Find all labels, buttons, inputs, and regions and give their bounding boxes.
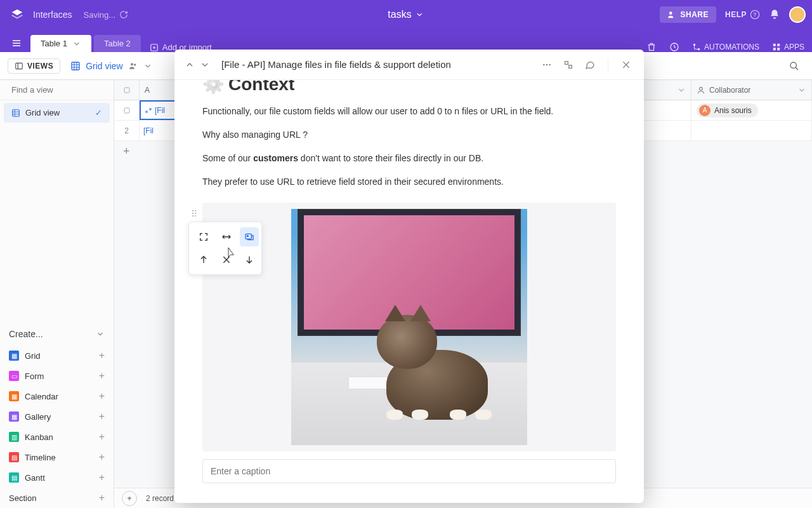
share-button[interactable]: SHARE bbox=[660, 6, 716, 23]
expand-icon[interactable] bbox=[145, 107, 152, 114]
record-title: [File - API] Manage files in file fields… bbox=[221, 59, 451, 70]
cell-collaborator[interactable]: A Anis souris bbox=[691, 100, 812, 120]
grid-icon bbox=[11, 109, 20, 117]
automations-button[interactable]: AUTOMATIONS bbox=[692, 43, 759, 51]
svg-point-13 bbox=[134, 64, 136, 65]
create-grid[interactable]: ▦Grid+ bbox=[0, 345, 114, 366]
svg-rect-18 bbox=[124, 88, 129, 93]
search-icon bbox=[789, 61, 799, 71]
select-all-checkbox[interactable] bbox=[114, 80, 140, 100]
context-heading: ⚙️ Context bbox=[202, 80, 616, 95]
close-icon[interactable] bbox=[619, 57, 634, 72]
automation-icon bbox=[692, 43, 701, 51]
create-section[interactable]: Section+ bbox=[0, 488, 114, 508]
chevron-down-icon bbox=[797, 86, 806, 95]
bell-icon[interactable] bbox=[769, 9, 780, 20]
search-button[interactable] bbox=[789, 61, 799, 71]
arrow-up-icon[interactable] bbox=[194, 250, 213, 269]
drag-handle-icon[interactable]: ⠿ bbox=[191, 209, 197, 219]
plus-icon: + bbox=[99, 492, 105, 504]
svg-rect-24 bbox=[565, 61, 568, 64]
create-header[interactable]: Create... bbox=[0, 323, 114, 345]
plus-icon: + bbox=[99, 350, 105, 361]
plus-icon: + bbox=[99, 431, 105, 443]
image-toolbar bbox=[188, 222, 262, 275]
svg-point-22 bbox=[546, 64, 548, 65]
svg-rect-20 bbox=[124, 108, 129, 113]
find-view-input[interactable] bbox=[11, 85, 118, 95]
view-item-grid-view[interactable]: Grid view ✓ bbox=[4, 103, 110, 123]
modal-body[interactable]: ⚙️ Context Functionally, our file custom… bbox=[174, 80, 644, 503]
paragraph: Functionally, our file custom fields wil… bbox=[202, 105, 616, 118]
svg-point-4 bbox=[693, 44, 696, 46]
image-block[interactable]: ⠿ bbox=[202, 203, 616, 451]
caption-input[interactable] bbox=[202, 459, 616, 483]
svg-rect-11 bbox=[72, 62, 79, 70]
history-icon[interactable] bbox=[669, 42, 679, 52]
embedded-image[interactable] bbox=[291, 209, 527, 445]
saving-status: Saving... bbox=[83, 10, 128, 20]
svg-rect-17 bbox=[13, 109, 20, 116]
svg-point-23 bbox=[549, 64, 551, 65]
table-tab-row: Table 1 Table 2 Add or import AUTOMATION… bbox=[0, 29, 812, 52]
fullscreen-icon[interactable] bbox=[194, 227, 213, 246]
app-logo-icon[interactable] bbox=[9, 6, 25, 23]
tab-table-2[interactable]: Table 2 bbox=[94, 35, 141, 52]
plus-icon: + bbox=[99, 451, 105, 463]
chevron-down-icon bbox=[96, 330, 105, 338]
top-bar: Interfaces Saving... tasks SHARE HELP ? bbox=[0, 0, 812, 29]
more-icon[interactable] bbox=[539, 57, 554, 72]
tab-table-1[interactable]: Table 1 bbox=[30, 35, 91, 52]
base-name[interactable]: tasks bbox=[388, 9, 424, 20]
create-gallery[interactable]: ▦Gallery+ bbox=[0, 406, 114, 427]
expand-icon[interactable] bbox=[561, 57, 576, 72]
column-header-collaborator[interactable]: Collaborator bbox=[691, 80, 812, 100]
create-gantt[interactable]: ▤Gantt+ bbox=[0, 467, 114, 488]
help-icon: ? bbox=[750, 10, 760, 20]
current-view-selector[interactable]: Grid view bbox=[70, 61, 152, 71]
svg-point-19 bbox=[700, 87, 703, 90]
comment-icon[interactable] bbox=[582, 57, 598, 72]
record-count: 2 record bbox=[146, 494, 174, 503]
views-sidebar: Grid view ✓ Create... ▦Grid+ ▭Form+ ▦Cal… bbox=[0, 80, 114, 508]
svg-rect-9 bbox=[777, 48, 780, 50]
chevron-down-icon bbox=[143, 62, 152, 70]
views-button[interactable]: VIEWS bbox=[8, 58, 60, 74]
create-kanban[interactable]: ▥Kanban+ bbox=[0, 427, 114, 447]
refresh-icon bbox=[119, 10, 128, 19]
user-icon bbox=[697, 86, 705, 95]
create-form[interactable]: ▭Form+ bbox=[0, 366, 114, 386]
create-timeline[interactable]: ▤Timeline+ bbox=[0, 447, 114, 467]
row-checkbox[interactable] bbox=[114, 100, 140, 120]
add-record-button[interactable]: + bbox=[122, 491, 137, 506]
plus-icon: + bbox=[99, 472, 105, 483]
user-avatar[interactable] bbox=[789, 6, 806, 23]
svg-rect-25 bbox=[569, 65, 572, 68]
check-icon: ✓ bbox=[95, 108, 102, 117]
chevron-down-icon bbox=[677, 86, 686, 95]
sidebar-icon bbox=[15, 62, 23, 70]
delete-icon[interactable] bbox=[217, 250, 236, 269]
chevron-up-icon[interactable] bbox=[185, 60, 195, 70]
svg-point-14 bbox=[790, 62, 796, 68]
apps-button[interactable]: APPS bbox=[772, 43, 804, 51]
resize-horizontal-icon[interactable] bbox=[217, 227, 236, 246]
help-button[interactable]: HELP ? bbox=[725, 10, 760, 20]
create-calendar[interactable]: ▦Calendar+ bbox=[0, 386, 114, 406]
image-replace-icon[interactable] bbox=[240, 227, 259, 246]
interfaces-link[interactable]: Interfaces bbox=[33, 10, 72, 20]
plus-icon: + bbox=[99, 370, 105, 382]
chevron-down-icon bbox=[416, 10, 424, 19]
arrow-down-icon[interactable] bbox=[240, 250, 259, 269]
cell-collaborator[interactable] bbox=[691, 121, 812, 140]
chevron-down-icon[interactable] bbox=[200, 60, 210, 70]
paragraph: They prefer to use URL to retrieve field… bbox=[202, 175, 616, 189]
find-view-row bbox=[0, 80, 114, 100]
collaborator-chip: A Anis souris bbox=[697, 104, 758, 117]
users-icon bbox=[667, 10, 676, 19]
menu-icon[interactable] bbox=[8, 34, 25, 52]
svg-text:?: ? bbox=[753, 11, 757, 18]
trash-icon[interactable] bbox=[646, 42, 657, 52]
row-number[interactable]: 2 bbox=[114, 121, 140, 140]
users-icon bbox=[128, 61, 138, 71]
